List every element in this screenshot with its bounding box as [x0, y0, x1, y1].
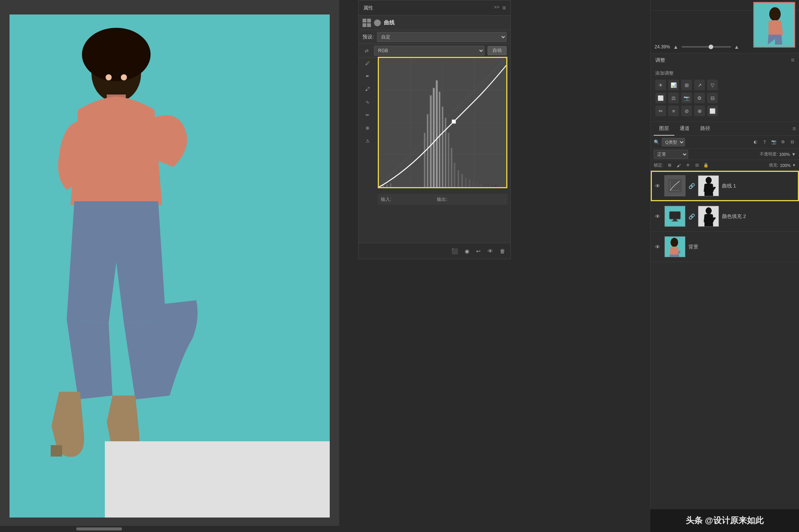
channel-arrows-icon[interactable]: ⇄ — [363, 46, 371, 55]
curves-label: 曲线 — [384, 19, 395, 26]
channel-select[interactable]: RGB — [374, 46, 485, 56]
target-icon[interactable]: ⊕ — [363, 123, 372, 133]
props-header: 属性 >> ≡ — [359, 0, 510, 16]
opacity-value: 100% — [779, 152, 790, 157]
bw-icon[interactable]: 📷 — [681, 93, 692, 103]
exposure-icon[interactable]: ↗ — [694, 80, 705, 90]
lock-all-icon[interactable]: 🔒 — [702, 162, 710, 169]
zoom-decrease-icon[interactable]: ▲ — [673, 44, 679, 50]
scrollbar-thumb[interactable] — [76, 527, 122, 530]
gradient-adj-icon[interactable]: ⊕ — [694, 106, 705, 116]
layer-filter-icon5[interactable]: ⊟ — [788, 138, 796, 146]
undo-bottom-icon[interactable]: ↩ — [476, 248, 481, 254]
svg-point-51 — [706, 207, 712, 214]
tab-channels[interactable]: 通道 — [674, 122, 695, 136]
grid-icon[interactable] — [363, 19, 371, 27]
brightness-icon[interactable]: ☀ — [655, 80, 666, 90]
svg-rect-16 — [390, 183, 391, 187]
lock-artboard-icon[interactable]: ⊟ — [693, 162, 701, 169]
layers-tabs: 图层 通道 路径 ≡ — [651, 122, 799, 136]
monitor-svg — [668, 210, 682, 223]
lock-brush-icon[interactable]: 🖌 — [675, 162, 682, 169]
lock-pixel-icon[interactable]: ⊞ — [666, 162, 673, 169]
fill-mask-svg — [698, 206, 719, 227]
mask-bottom-icon[interactable]: ⬛ — [451, 248, 458, 254]
pencil-icon[interactable]: ✏ — [363, 110, 372, 120]
svg-rect-25 — [448, 133, 449, 187]
fill-row: 填充: 100% ▼ — [769, 162, 796, 168]
sample-mid-icon[interactable]: ✒ — [363, 71, 372, 81]
threshold-icon[interactable]: ⊘ — [681, 106, 692, 116]
svg-rect-34 — [480, 183, 481, 187]
lock-transform-icon[interactable]: ✛ — [684, 162, 692, 169]
lock-label: 锁定: — [654, 162, 663, 168]
layer-filter-row: 🔍 Q类型 ◐ T 📷 ⚙ ⊟ — [651, 136, 799, 149]
svg-rect-17 — [424, 133, 425, 187]
smooth-curve-icon[interactable]: ∿ — [363, 97, 372, 107]
levels-icon[interactable]: 📊 — [668, 80, 679, 90]
eye-curves-icon[interactable]: 👁 — [654, 182, 661, 190]
svg-rect-35 — [484, 184, 485, 187]
curves-adj-icon[interactable]: ⊞ — [681, 80, 692, 90]
bg-thumb-svg — [665, 237, 685, 257]
tab-layers[interactable]: 图层 — [654, 122, 674, 136]
layer-background[interactable]: 👁 背景 — [651, 232, 799, 262]
layers-menu-icon[interactable]: ≡ — [793, 125, 796, 132]
balance-icon[interactable]: ⚖ — [668, 93, 679, 103]
navigator-area: 24.39% ▲ ▲ — [651, 0, 799, 53]
posterize-icon[interactable]: ≡ — [668, 106, 679, 116]
sample-shadows-icon[interactable]: 🖊 — [363, 58, 372, 68]
expand-icon[interactable]: >> — [494, 5, 499, 11]
svg-rect-38 — [495, 185, 497, 187]
opacity-row: 不透明度: 100% ▼ — [760, 151, 796, 157]
adjustments-menu-icon[interactable]: ≡ — [791, 57, 794, 64]
chain-link-icon: 🔗 — [688, 183, 695, 189]
zoom-value: 24.39% — [655, 44, 670, 50]
preset-select[interactable]: 自定 — [377, 32, 507, 42]
fill-dropdown-icon[interactable]: ▼ — [792, 163, 796, 167]
lock-row: 锁定: ⊞ 🖌 ✛ ⊟ 🔒 填充: 100% ▼ — [651, 160, 799, 171]
layer-fill-2[interactable]: 👁 🔗 颜色填充 2 — [651, 201, 799, 232]
photo-icon[interactable]: ⚙ — [694, 93, 705, 103]
invert-icon[interactable]: ✏ — [655, 106, 666, 116]
warning-icon[interactable]: ⚠ — [363, 136, 372, 146]
channel-icon[interactable]: ⊟ — [707, 93, 718, 103]
svg-rect-23 — [442, 107, 443, 187]
menu-icon[interactable]: ≡ — [502, 5, 506, 11]
auto-button[interactable]: 自动 — [488, 46, 507, 55]
eye-bg-icon[interactable]: 👁 — [654, 243, 661, 251]
svg-rect-33 — [476, 182, 478, 187]
canvas-scrollbar[interactable] — [0, 526, 339, 532]
fill-layer-name: 颜色填充 2 — [722, 213, 796, 220]
thumb-svg — [754, 3, 795, 48]
blend-mode-select[interactable]: 正常 — [654, 150, 688, 159]
svg-rect-32 — [473, 181, 474, 187]
zoom-increase-icon[interactable]: ▲ — [734, 44, 740, 50]
pattern-icon[interactable]: ⬜ — [707, 106, 718, 116]
opacity-dropdown-icon[interactable]: ▼ — [791, 152, 796, 157]
vibrance-icon[interactable]: ▽ — [707, 80, 718, 90]
layer-filter-icon1[interactable]: ◐ — [752, 138, 759, 146]
fill-value: 100% — [780, 163, 791, 168]
eye-fill-icon[interactable]: 👁 — [654, 213, 661, 220]
cycle-icon[interactable]: ◉ — [465, 248, 469, 254]
hsl-icon[interactable]: ⬜ — [655, 93, 666, 103]
props-title: 属性 — [363, 5, 373, 11]
zoom-thumb — [709, 45, 713, 49]
layer-filter-icon2[interactable]: T — [761, 138, 769, 146]
curves-header: 曲线 — [359, 16, 510, 30]
filter-type-select[interactable]: Q类型 — [662, 138, 685, 146]
tab-paths[interactable]: 路径 — [695, 122, 716, 136]
layer-curves-1[interactable]: 👁 🔗 — [651, 171, 799, 201]
layer-filter-icon3[interactable]: 📷 — [770, 138, 778, 146]
delete-bottom-icon[interactable]: 🗑 — [500, 248, 505, 254]
eye-bottom-icon[interactable]: 👁 — [488, 248, 493, 254]
curves-graph-container[interactable] — [378, 57, 507, 192]
sample-highlights-icon[interactable]: 🖍 — [363, 84, 372, 94]
zoom-slider[interactable] — [682, 46, 731, 48]
svg-rect-26 — [451, 148, 452, 187]
adjustments-title: 调整 — [655, 57, 665, 64]
preset-row: 预设: 自定 — [359, 30, 510, 44]
layer-filter-icon4[interactable]: ⚙ — [779, 138, 787, 146]
opacity-label: 不透明度: — [760, 151, 778, 157]
